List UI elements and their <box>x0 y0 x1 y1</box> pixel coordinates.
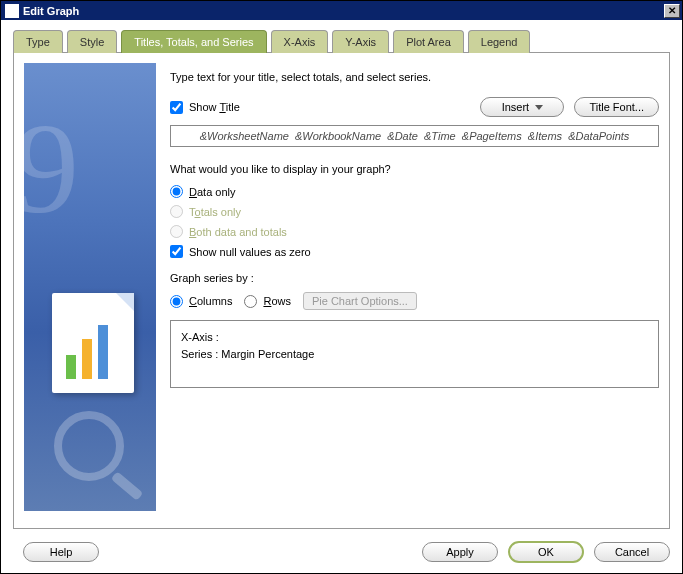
tab-titles-totals-series[interactable]: Titles, Totals, and Series <box>121 30 266 53</box>
tab-panel: 9 Type text for your title, select total… <box>13 52 670 529</box>
title-input[interactable] <box>170 125 659 147</box>
title-font-button[interactable]: Title Font... <box>574 97 659 117</box>
tab-style[interactable]: Style <box>67 30 117 53</box>
wizard-illustration: 9 <box>24 63 156 511</box>
tab-y-axis[interactable]: Y-Axis <box>332 30 389 53</box>
both-radio <box>170 225 183 238</box>
totals-only-label: Totals only <box>189 206 241 218</box>
window-title: Edit Graph <box>23 5 664 17</box>
tab-strip: Type Style Titles, Totals, and Series X-… <box>13 30 670 53</box>
show-null-label: Show null values as zero <box>189 246 311 258</box>
graph-series-by-label: Graph series by : <box>170 272 659 284</box>
titlebar: Edit Graph ✕ <box>1 1 682 20</box>
rows-radio[interactable] <box>244 295 257 308</box>
cancel-button[interactable]: Cancel <box>594 542 670 562</box>
tab-plot-area[interactable]: Plot Area <box>393 30 464 53</box>
show-title-label: Show Title <box>189 101 240 113</box>
axis-line-1: X-Axis : <box>181 329 648 346</box>
app-icon <box>5 4 19 18</box>
dialog-body: Type Style Titles, Totals, and Series X-… <box>1 20 682 535</box>
main-content: Type text for your title, select totals,… <box>170 63 659 518</box>
tab-x-axis[interactable]: X-Axis <box>271 30 329 53</box>
apply-button[interactable]: Apply <box>422 542 498 562</box>
columns-radio[interactable] <box>170 295 183 308</box>
ok-button[interactable]: OK <box>508 541 584 563</box>
tab-type[interactable]: Type <box>13 30 63 53</box>
dialog-footer: Help Apply OK Cancel <box>1 535 682 573</box>
data-only-radio[interactable] <box>170 185 183 198</box>
insert-button-label: Insert <box>502 101 530 113</box>
data-only-label: Data only <box>189 186 235 198</box>
tab-legend[interactable]: Legend <box>468 30 531 53</box>
both-label: Both data and totals <box>189 226 287 238</box>
chevron-down-icon <box>535 105 543 110</box>
intro-text: Type text for your title, select totals,… <box>170 71 659 83</box>
show-title-checkbox[interactable] <box>170 101 183 114</box>
pie-chart-options-button: Pie Chart Options... <box>303 292 417 310</box>
totals-only-radio <box>170 205 183 218</box>
help-button[interactable]: Help <box>23 542 99 562</box>
edit-graph-dialog: Edit Graph ✕ Type Style Titles, Totals, … <box>0 0 683 574</box>
show-null-checkbox[interactable] <box>170 245 183 258</box>
close-icon[interactable]: ✕ <box>664 4 680 18</box>
rows-label: Rows <box>263 295 291 307</box>
axis-line-2: Series : Margin Percentage <box>181 346 648 363</box>
insert-button[interactable]: Insert <box>480 97 564 117</box>
columns-label: Columns <box>189 295 232 307</box>
display-question: What would you like to display in your g… <box>170 163 659 175</box>
series-preview-box: X-Axis : Series : Margin Percentage <box>170 320 659 388</box>
